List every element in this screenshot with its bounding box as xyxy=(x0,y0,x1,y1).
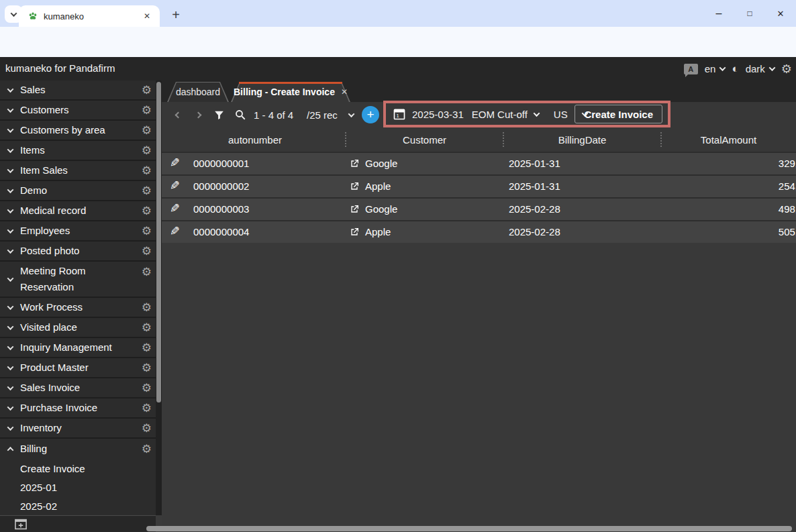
minimize-button[interactable]: – xyxy=(703,0,734,27)
gear-icon[interactable]: ⚙ xyxy=(142,144,152,158)
gear-icon[interactable]: ⚙ xyxy=(142,164,152,178)
sidebar-item-inquiry-management[interactable]: Inquiry Management⚙ xyxy=(0,338,156,358)
open-record-icon[interactable] xyxy=(349,158,360,169)
sidebar-item-customers[interactable]: Customers⚙ xyxy=(0,101,156,121)
gear-icon[interactable]: ⚙ xyxy=(142,83,152,97)
add-app-icon[interactable] xyxy=(14,519,28,530)
sidebar-item-purchase-invoice[interactable]: Purchase Invoice⚙ xyxy=(0,398,156,419)
chevron-down-icon xyxy=(7,303,13,310)
gear-icon[interactable]: ⚙ xyxy=(142,301,152,315)
browser-window: kumaneko ✕ + – □ ✕ ← → ⟳ ⌂ pandafirm.jp/… xyxy=(0,0,796,532)
cutoff-date-value[interactable]: 2025-03-31 xyxy=(412,109,464,120)
app-header: kumaneko for Pandafirm A en ◐ dark ⚙ xyxy=(0,57,796,81)
edit-pencil-icon[interactable]: ✎ xyxy=(170,224,180,239)
table-row[interactable]: ✎ 0000000004 Apple 2025-02-28 505, xyxy=(162,221,796,243)
gear-icon[interactable]: ⚙ xyxy=(142,381,152,395)
table-row[interactable]: ✎ 0000000002 Apple 2025-01-31 254, xyxy=(162,176,796,197)
open-record-icon[interactable] xyxy=(349,227,360,237)
calendar-icon[interactable]: 1 xyxy=(393,107,406,121)
chevron-left-icon xyxy=(175,111,181,118)
horizontal-scrollbar-thumb[interactable] xyxy=(146,526,792,531)
sidebar-subitem-create-invoice[interactable]: Create Invoice xyxy=(0,459,156,478)
add-record-button[interactable]: + xyxy=(362,106,379,123)
sidebar-scrollbar-thumb[interactable] xyxy=(156,82,161,403)
sidebar-item-visited-place[interactable]: Visited place⚙ xyxy=(0,318,156,338)
gear-icon[interactable]: ⚙ xyxy=(142,265,152,279)
table-row[interactable]: ✎ 0000000001 Google 2025-01-31 329, xyxy=(162,153,796,174)
column-header-customer[interactable]: Customer xyxy=(346,127,503,152)
column-divider[interactable] xyxy=(345,132,346,147)
gear-icon[interactable]: ⚙ xyxy=(142,442,152,456)
edit-pencil-icon[interactable]: ✎ xyxy=(170,178,180,193)
highlight-box: 1 2025-03-31 EOM Cut-off US Create Invoi… xyxy=(383,101,670,127)
sidebar-item-product-master[interactable]: Product Master⚙ xyxy=(0,358,156,378)
language-select[interactable]: en xyxy=(705,63,726,74)
sidebar-item-meeting-room-reservation[interactable]: Meeting Room Reservation⚙ xyxy=(0,262,156,298)
sidebar-item-work-process[interactable]: Work Process⚙ xyxy=(0,298,156,318)
settings-gear-icon[interactable]: ⚙ xyxy=(781,62,792,76)
column-divider[interactable] xyxy=(503,132,504,147)
sidebar-subitem-2025-02[interactable]: 2025-02 xyxy=(0,496,156,515)
gear-icon[interactable]: ⚙ xyxy=(142,341,152,355)
search-icon[interactable] xyxy=(232,102,249,127)
sidebar-item-employees[interactable]: Employees⚙ xyxy=(0,221,156,242)
gear-icon[interactable]: ⚙ xyxy=(142,184,152,198)
sidebar-item-item-sales[interactable]: Item Sales⚙ xyxy=(0,161,156,181)
gear-icon[interactable]: ⚙ xyxy=(142,361,152,375)
language-value: en xyxy=(705,63,716,74)
cutoff-type-value[interactable]: EOM Cut-off xyxy=(472,109,528,120)
sidebar-item-posted-photo[interactable]: Posted photo⚙ xyxy=(0,242,156,262)
chevron-right-icon xyxy=(195,111,201,118)
page-size-dropdown[interactable] xyxy=(344,102,358,127)
table-row[interactable]: ✎ 0000000003 Google 2025-02-28 498, xyxy=(162,199,796,220)
column-header-autonumber[interactable]: autonumber xyxy=(164,127,346,152)
sidebar-item-items[interactable]: Items⚙ xyxy=(0,141,156,161)
gear-icon[interactable]: ⚙ xyxy=(142,103,152,117)
prev-record-button[interactable] xyxy=(170,102,186,127)
sidebar-item-customers-by-area[interactable]: Customers by area⚙ xyxy=(0,121,156,141)
sidebar-item-inventory[interactable]: Inventory⚙ xyxy=(0,419,156,439)
gear-icon[interactable]: ⚙ xyxy=(142,321,152,335)
window-close-button[interactable]: ✕ xyxy=(765,0,796,27)
gear-icon[interactable]: ⚙ xyxy=(142,421,152,435)
gear-icon[interactable]: ⚙ xyxy=(142,123,152,138)
maximize-button[interactable]: □ xyxy=(734,0,765,27)
region-value[interactable]: US xyxy=(554,109,568,120)
sidebar-item-sales-invoice[interactable]: Sales Invoice⚙ xyxy=(0,378,156,398)
edit-pencil-icon[interactable]: ✎ xyxy=(170,156,180,170)
column-divider[interactable] xyxy=(660,132,662,147)
tab-billing-create-invoice[interactable]: Billing - Create Invoice ✕ xyxy=(231,82,350,102)
sidebar-item-medical-record[interactable]: Medical record⚙ xyxy=(0,201,156,221)
tab-dashboard[interactable]: dashboard xyxy=(167,82,229,102)
open-record-icon[interactable] xyxy=(349,204,360,215)
filter-icon[interactable] xyxy=(210,102,228,127)
chevron-down-icon xyxy=(7,384,13,390)
column-header-billingdate[interactable]: BillingDate xyxy=(503,127,661,152)
edit-pencil-icon[interactable]: ✎ xyxy=(170,201,180,216)
theme-select[interactable]: dark xyxy=(746,63,775,74)
record-toolbar: 1 - 4 of 4 /25 rec + 1 2025-03-31 EOM Cu… xyxy=(162,102,796,127)
chevron-down-icon[interactable] xyxy=(533,110,540,117)
gear-icon[interactable]: ⚙ xyxy=(142,204,152,218)
app-title: kumaneko for Pandafirm xyxy=(5,62,115,74)
new-tab-button[interactable]: + xyxy=(166,5,185,24)
tab-close-icon[interactable]: ✕ xyxy=(141,10,153,22)
browser-tab[interactable]: kumaneko ✕ xyxy=(19,5,160,27)
cell-autonumber: 0000000004 xyxy=(193,221,249,243)
sidebar-item-sales[interactable]: Sales⚙ xyxy=(0,81,156,101)
open-record-icon[interactable] xyxy=(349,181,360,192)
gear-icon[interactable]: ⚙ xyxy=(142,224,152,238)
gear-icon[interactable]: ⚙ xyxy=(142,244,152,258)
cell-customer: Apple xyxy=(365,176,391,197)
chevron-down-icon xyxy=(7,275,13,282)
sidebar-scrollbar[interactable] xyxy=(156,81,162,515)
horizontal-scrollbar[interactable] xyxy=(145,526,793,531)
create-invoice-button[interactable]: Create Invoice xyxy=(575,105,662,123)
gear-icon[interactable]: ⚙ xyxy=(142,401,152,415)
sidebar-subitem-2025-01[interactable]: 2025-01 xyxy=(0,478,156,496)
next-record-button[interactable] xyxy=(190,102,206,127)
sidebar-item-billing[interactable]: Billing⚙ xyxy=(0,439,156,459)
sidebar-item-demo[interactable]: Demo⚙ xyxy=(0,181,156,201)
column-header-totalamount[interactable]: TotalAmount xyxy=(661,127,796,152)
tab-close-icon[interactable]: ✕ xyxy=(341,87,348,97)
